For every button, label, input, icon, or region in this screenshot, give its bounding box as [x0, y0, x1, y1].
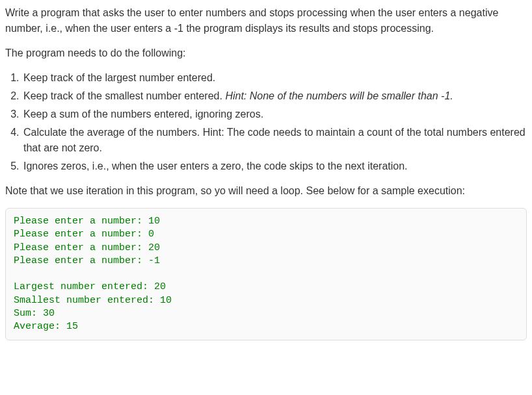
- sample-execution-block: Please enter a number: 10 Please enter a…: [5, 208, 527, 340]
- list-item: Ignores zeros, i.e., when the user enter…: [22, 159, 527, 174]
- requirements-list: Keep track of the largest number entered…: [5, 70, 527, 174]
- note-paragraph: Note that we use iteration in this progr…: [5, 183, 527, 199]
- list-item: Keep track of the smallest number entere…: [22, 88, 527, 104]
- list-item-hint: Hint: None of the numbers will be smalle…: [225, 90, 453, 101]
- list-item-text: Keep track of the smallest number entere…: [23, 90, 225, 101]
- list-item: Keep a sum of the numbers entered, ignor…: [22, 107, 527, 122]
- list-item: Calculate the average of the numbers. Hi…: [22, 125, 527, 156]
- list-item: Keep track of the largest number entered…: [22, 70, 527, 86]
- needs-paragraph: The program needs to do the following:: [5, 45, 527, 61]
- intro-paragraph: Write a program that asks the user to en…: [5, 5, 527, 36]
